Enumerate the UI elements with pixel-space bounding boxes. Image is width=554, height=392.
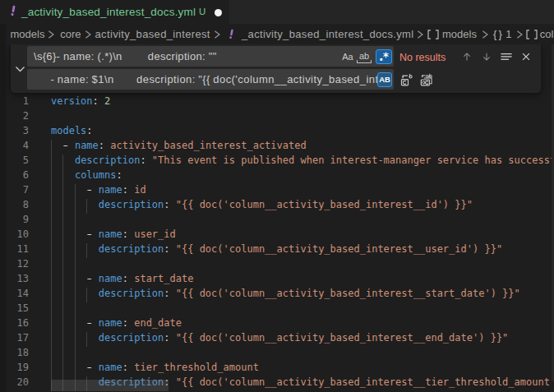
code-token-str: "{{ doc('column__activity_based_interest…: [176, 243, 502, 255]
code-line: - name: user_id: [51, 228, 176, 243]
code-token-str: end_date: [134, 317, 182, 329]
breadcrumb-item[interactable]: models: [442, 24, 477, 44]
code-token-key: description: [99, 332, 164, 344]
regex-icon: [378, 51, 390, 62]
code-line: description: "This event is published wh…: [51, 154, 554, 169]
indent-guide: [62, 317, 63, 332]
indent-guide: [75, 347, 76, 362]
indent-guide: [75, 258, 76, 273]
indent-guide: [51, 228, 52, 243]
find-results-count: No results: [399, 48, 446, 68]
indent-guide: [62, 288, 63, 302]
code-token-key: name: [75, 140, 99, 151]
code-token-plain: :: [122, 317, 128, 329]
regex-toggle[interactable]: [376, 49, 392, 64]
line-number: 13: [0, 273, 29, 288]
tab-bar: _activity_based_interest_docs.yml U: [0, 0, 554, 24]
code-token-str: activity_based_interest_activated: [110, 140, 306, 151]
indent-guide: [75, 332, 76, 347]
code-token-plain: :: [164, 288, 169, 299]
indent-guide: [75, 228, 76, 243]
line-number: 19: [0, 362, 29, 376]
code-line: - name: tier_threshold_amount: [51, 362, 259, 376]
yaml-file-icon: [227, 29, 236, 42]
whole-word-label: ab: [358, 52, 370, 61]
code-token-str: user_id: [134, 228, 176, 240]
breadcrumb-item[interactable]: models: [11, 24, 45, 44]
chevron-right-icon: [210, 28, 224, 44]
code-token-plain: :: [122, 273, 128, 284]
indent-guide: [51, 362, 52, 376]
line-number: 7: [0, 184, 29, 199]
match-case-label: Aa: [342, 52, 353, 62]
next-match-button[interactable]: [478, 48, 495, 65]
replace-all-button[interactable]: [418, 71, 435, 88]
breadcrumb-item[interactable]: columns: [540, 24, 554, 44]
code-token-str: id: [134, 184, 145, 196]
indent-guide: [62, 273, 63, 288]
code-token-plain: [170, 332, 176, 344]
replace-input[interactable]: - name: $1\n description: "{{ doc('colum…: [27, 69, 394, 90]
arrow-down-icon: [481, 51, 492, 62]
breadcrumb-item[interactable]: 1: [506, 24, 511, 44]
indent-guide: [51, 184, 52, 199]
editor[interactable]: 1version: 223models:4 - name: activity_b…: [0, 44, 554, 392]
close-find-widget-button[interactable]: [518, 48, 534, 65]
indent-guide: [51, 347, 52, 362]
indent-guide: [62, 214, 63, 228]
match-case-toggle[interactable]: Aa: [339, 49, 356, 64]
code-token-str: "{{ doc('column__activity_based_interest…: [176, 376, 554, 388]
breadcrumb-item[interactable]: core: [60, 24, 81, 44]
selection-lines-icon: [501, 51, 512, 62]
indent-guide: [75, 184, 76, 199]
preserve-case-label: AB: [379, 75, 390, 84]
indent-guide: [62, 243, 63, 258]
code-token-plain: [51, 362, 86, 373]
code-token-dash: -: [85, 184, 95, 196]
replace-button[interactable]: [399, 71, 415, 88]
code-token-dash: -: [85, 362, 95, 373]
symbol-object-icon: {}: [493, 24, 504, 44]
code-token-plain: [51, 228, 86, 240]
indent-guide: [51, 273, 52, 288]
indent-guide: [62, 362, 63, 376]
git-status-badge: U: [199, 0, 205, 24]
code-token-plain: :: [86, 125, 92, 136]
indent-guide: [75, 317, 76, 332]
code-token-str: "{{ doc('column__activity_based_interest…: [176, 288, 520, 299]
code-line: - name: id: [51, 184, 146, 199]
code-token-key: description: [99, 288, 164, 299]
previous-match-button[interactable]: [459, 48, 475, 65]
indent-guide: [75, 273, 76, 288]
code-line: description: "{{ doc('column__activity_b…: [51, 243, 502, 258]
toggle-replace-button[interactable]: [11, 44, 27, 93]
code-token-plain: :: [140, 154, 145, 166]
find-in-selection-button[interactable]: [498, 48, 515, 65]
find-input[interactable]: \s{6}- name: (.*)\n description: "" Aa a…: [27, 46, 394, 67]
code-token-str: "This event is published when interest-m…: [152, 154, 554, 166]
indent-guide: [75, 362, 76, 376]
breadcrumbs: modelscoreactivity_based_interest_activi…: [0, 24, 554, 44]
breadcrumb-item[interactable]: activity_based_interest: [95, 24, 210, 44]
line-number: 3: [0, 125, 29, 140]
code-token-str: tier_threshold_amount: [134, 362, 259, 373]
code-line: - name: end_date: [51, 317, 182, 332]
modified-dot-icon[interactable]: [215, 9, 222, 16]
code-token-plain: :: [93, 95, 99, 107]
preserve-case-toggle[interactable]: AB: [377, 72, 392, 87]
code-token-key: description: [75, 154, 140, 166]
indent-guide: [51, 140, 52, 154]
indent-guide: [51, 258, 52, 273]
code-token-plain: :: [164, 243, 169, 255]
code-token-key: name: [99, 273, 122, 284]
code-token-plain: :: [164, 332, 169, 344]
code-line: description: "{{ doc('column__activity_b…: [51, 332, 508, 347]
tab-active[interactable]: _activity_based_interest_docs.yml U: [0, 0, 229, 24]
horizontal-scrollbar[interactable]: [51, 380, 169, 391]
whole-word-toggle[interactable]: ab: [356, 49, 372, 64]
indent-guide: [51, 243, 52, 258]
breadcrumb-item[interactable]: _activity_based_interest_docs.yml: [242, 24, 414, 44]
indent-guide: [51, 169, 52, 184]
code-token-key: name: [99, 228, 122, 240]
indent-guide: [86, 288, 87, 302]
